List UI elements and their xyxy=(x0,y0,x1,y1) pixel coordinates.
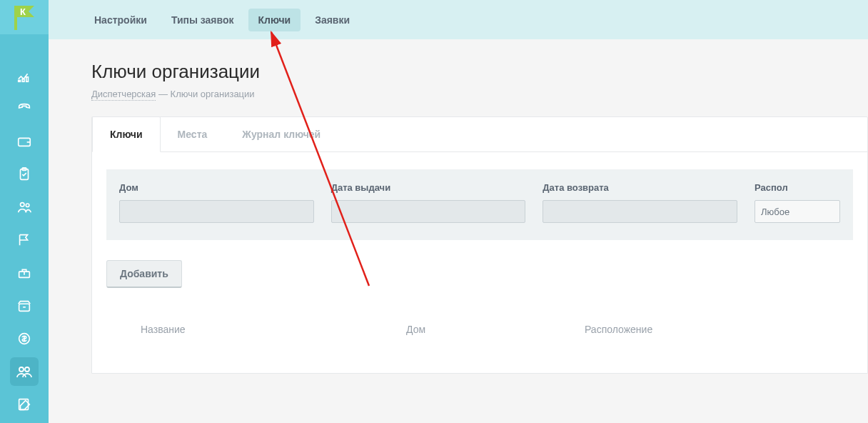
tabs: Ключи Места Журнал ключей xyxy=(92,117,867,152)
breadcrumb: Диспетчерская — Ключи организации xyxy=(91,89,868,99)
sidebar-item-analytics[interactable] xyxy=(10,61,39,90)
clipboard-icon xyxy=(16,166,32,182)
svg-point-14 xyxy=(25,367,29,372)
filters-panel: Дом Дата выдачи Дата возврата Распол xyxy=(106,169,853,240)
sidebar-item-toolbox[interactable] xyxy=(10,259,39,287)
topnav-request-types[interactable]: Типы заявок xyxy=(161,9,244,31)
flag-icon xyxy=(16,232,32,248)
sidebar-item-flag[interactable] xyxy=(10,226,39,254)
col-location: Расположение xyxy=(585,324,853,335)
topnav-keys[interactable]: Ключи xyxy=(248,9,301,31)
card: Ключи Места Журнал ключей Дом Дата выдач… xyxy=(91,116,868,374)
filter-location-select[interactable] xyxy=(755,200,840,223)
filter-location-label: Распол xyxy=(755,182,840,193)
svg-rect-3 xyxy=(22,79,24,82)
phone-icon xyxy=(16,101,32,116)
filter-return-date-input[interactable] xyxy=(542,200,737,223)
coin-icon xyxy=(16,331,32,347)
sidebar-item-billing[interactable] xyxy=(10,324,39,353)
breadcrumb-separator: — xyxy=(156,89,170,99)
filter-return-date-label: Дата возврата xyxy=(542,182,737,193)
col-name: Название xyxy=(106,324,406,335)
archive-icon xyxy=(16,298,32,314)
sidebar-item-staff[interactable] xyxy=(10,357,39,386)
left-sidebar: К xyxy=(0,0,49,423)
sidebar-item-archive[interactable] xyxy=(10,292,39,320)
add-button[interactable]: Добавить xyxy=(106,260,182,288)
toolbox-icon xyxy=(16,265,32,281)
logo-tile[interactable]: К xyxy=(0,0,49,34)
team-icon xyxy=(16,363,33,380)
topnav-settings[interactable]: Настройки xyxy=(84,9,157,31)
table-header: Название Дом Расположение xyxy=(92,324,867,335)
wallet-icon xyxy=(16,134,32,149)
filter-issue-date-input[interactable] xyxy=(331,200,526,223)
breadcrumb-link-dispatch[interactable]: Диспетчерская xyxy=(91,89,156,101)
filter-house-input[interactable] xyxy=(119,200,314,223)
svg-rect-4 xyxy=(26,77,29,81)
tab-key-log[interactable]: Журнал ключей xyxy=(225,117,338,151)
page-title: Ключи организации xyxy=(91,61,868,83)
sidebar-item-wallet[interactable] xyxy=(10,127,39,156)
edit-icon xyxy=(16,397,32,412)
svg-text:К: К xyxy=(20,6,26,17)
top-nav: Настройки Типы заявок Ключи Заявки xyxy=(49,0,868,39)
filter-house-label: Дом xyxy=(119,182,314,193)
svg-point-8 xyxy=(21,203,25,207)
svg-rect-0 xyxy=(14,6,17,30)
breadcrumb-current: Ключи организации xyxy=(171,89,255,99)
sidebar-item-edit[interactable] xyxy=(10,390,39,419)
analytics-icon xyxy=(16,68,32,84)
svg-point-13 xyxy=(19,367,24,372)
svg-point-9 xyxy=(26,204,29,207)
people-icon xyxy=(16,199,32,215)
sidebar-item-residents[interactable] xyxy=(10,193,39,222)
topnav-requests[interactable]: Заявки xyxy=(305,9,360,31)
sidebar-item-tasks[interactable] xyxy=(10,160,39,189)
col-house: Дом xyxy=(406,324,585,335)
content-area: Ключи организации Диспетчерская — Ключи … xyxy=(49,39,868,423)
tab-keys[interactable]: Ключи xyxy=(92,116,161,152)
logo-icon: К xyxy=(10,3,39,31)
svg-rect-2 xyxy=(19,80,21,81)
tab-places[interactable]: Места xyxy=(161,117,226,151)
sidebar-item-calls[interactable] xyxy=(10,94,39,123)
filter-issue-date-label: Дата выдачи xyxy=(331,182,526,193)
